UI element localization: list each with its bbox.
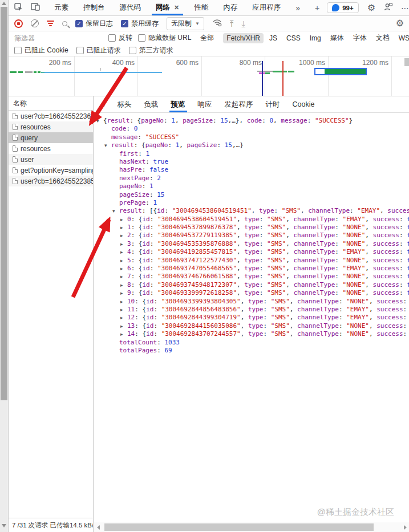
disable-cache-checkbox[interactable]: ✓ 禁用缓存 [121, 19, 159, 29]
record-network-log-button[interactable] [14, 19, 23, 28]
filter-type-pill[interactable]: 字体 [350, 32, 370, 44]
devtools-tab[interactable]: 控制台 [76, 0, 112, 15]
filter-type-pill[interactable]: 文档 [372, 32, 393, 44]
expand-triangle-icon[interactable]: ▸ [120, 322, 127, 330]
collapse-triangle-icon[interactable]: ▾ [104, 141, 111, 149]
clear-network-log-button[interactable] [31, 19, 39, 27]
blocked-filter-checkbox[interactable]: 第三方请求 [129, 46, 173, 55]
invert-checkbox[interactable]: 反转 [108, 33, 132, 43]
filter-toggle-icon[interactable] [47, 21, 54, 26]
request-row[interactable]: query [9, 132, 93, 143]
filter-type-pill[interactable]: 媒体 [327, 32, 347, 44]
filter-type-pill[interactable]: CSS [283, 33, 304, 43]
settings-gear-icon[interactable]: ⚙ [367, 3, 375, 13]
collapse-triangle-icon[interactable]: ▾ [96, 117, 103, 125]
overflow-menu-icon[interactable]: ⋯ [401, 4, 409, 12]
preview-row[interactable]: ▸8: {id: "3004693745948172307", type: "S… [94, 281, 409, 289]
expand-triangle-icon[interactable]: ▸ [120, 257, 127, 265]
import-har-icon[interactable]: ⤒ [230, 19, 234, 28]
network-overview-timeline[interactable]: 200 ms400 ms600 ms800 ms1000 ms1200 ms [9, 56, 409, 96]
detail-tab[interactable]: 计时 [260, 96, 286, 112]
expand-triangle-icon[interactable]: ▸ [120, 281, 127, 289]
devtools-tab[interactable]: 源代码 [112, 0, 149, 15]
filter-type-all[interactable]: 全部 [197, 32, 217, 44]
scroll-right-icon[interactable] [404, 525, 407, 530]
profile-feedback-icon[interactable] [384, 3, 392, 13]
hscroll-thumb[interactable] [104, 523, 374, 531]
request-row[interactable]: user?cb=1662455223851 [9, 176, 93, 186]
expand-triangle-icon[interactable]: ▸ [120, 232, 127, 239]
devtools-tab[interactable]: 网络✕ [148, 0, 187, 15]
request-row[interactable]: resources [9, 143, 93, 154]
expand-triangle-icon[interactable]: ▸ [120, 240, 127, 248]
expand-triangle-icon[interactable]: ▸ [120, 224, 127, 232]
expand-triangle-icon[interactable]: ▸ [120, 216, 127, 224]
collapse-triangle-icon[interactable]: ▾ [112, 207, 119, 215]
preview-row[interactable]: ▸10: {id: "3004693399393804305", type: "… [94, 298, 409, 306]
preview-row[interactable]: ▸7: {id: "3004693746766061588", type: "S… [94, 273, 409, 281]
close-tab-icon[interactable]: ✕ [174, 4, 179, 11]
request-row[interactable]: resources [9, 121, 93, 132]
blocked-filter-checkbox[interactable]: 已阻止请求 [76, 46, 121, 55]
scroll-left-icon[interactable] [97, 525, 100, 530]
preview-row[interactable]: ▸2: {id: "3004694537279119385", type: "S… [94, 232, 409, 239]
filter-input[interactable] [14, 34, 103, 42]
preview-row[interactable]: ▸13: {id: "3004692844156035086", type: "… [94, 322, 409, 330]
filter-type-pill[interactable]: Img [306, 33, 325, 43]
devtools-tab[interactable]: 性能 [187, 0, 216, 15]
throttling-select[interactable]: 无限制 ▼ [167, 17, 204, 30]
expand-triangle-icon[interactable]: ▸ [120, 330, 127, 338]
expand-triangle-icon[interactable]: ▸ [120, 298, 127, 306]
preview-row[interactable]: ▸0: {id: "3004694538604519451", type: "S… [94, 216, 409, 224]
preview-row[interactable]: ▸12: {id: "3004692844399304719", type: "… [94, 314, 409, 322]
detail-tab[interactable]: 发起程序 [218, 96, 260, 112]
expand-triangle-icon[interactable]: ▸ [120, 273, 127, 281]
search-icon[interactable] [62, 21, 67, 26]
feedback-badge-button[interactable]: 99+ [327, 2, 359, 13]
inspect-element-icon[interactable] [14, 3, 23, 13]
preview-row[interactable]: ▸4: {id: "3004694192855457815", type: "S… [94, 248, 409, 256]
preview-row[interactable]: ▸1: {id: "3004694537899876378", type: "S… [94, 224, 409, 232]
preview-row[interactable]: ▸5: {id: "3004693747122577430", type: "S… [94, 257, 409, 265]
devtools-tab[interactable]: 元素 [47, 0, 76, 15]
preview-json-tree[interactable]: ▾{result: {pageNo: 1, pageSize: 15,…}, c… [94, 113, 409, 522]
filter-type-pill[interactable]: Fetch/XHR [223, 33, 264, 43]
preview-row[interactable]: ▸6: {id: "3004693747055468565", type: "S… [94, 265, 409, 273]
device-toolbar-icon[interactable] [31, 3, 40, 13]
filter-type-pill[interactable]: WS [395, 33, 409, 43]
scrollbar-thumb[interactable] [1, 7, 7, 400]
request-row[interactable]: user [9, 154, 93, 165]
preview-row[interactable]: ▸14: {id: "3004692843707244557", type: "… [94, 330, 409, 338]
preview-row[interactable]: ▸9: {id: "3004693399972618258", type: "S… [94, 289, 409, 297]
detail-tab[interactable]: 负载 [138, 96, 165, 112]
expand-triangle-icon[interactable]: ▸ [120, 248, 127, 256]
hide-data-urls-checkbox[interactable]: 隐藏数据 URL [138, 33, 191, 43]
detail-tab[interactable]: Cookie [286, 96, 321, 112]
preview-row[interactable]: ▾result: [{id: "3004694538604519451", ty… [94, 207, 409, 215]
detail-tab[interactable]: 预览 [165, 96, 192, 112]
filter-type-pill[interactable]: JS [266, 33, 281, 43]
request-list-header[interactable]: 名称 [9, 96, 93, 111]
devtools-tab[interactable]: 内存 [216, 0, 245, 15]
scrollbar-up-icon[interactable] [2, 2, 6, 5]
request-row[interactable]: user?cb=16624552236 [9, 111, 93, 121]
preview-row[interactable]: ▸11: {id: "3004692844856483856", type: "… [94, 306, 409, 314]
blocked-filter-checkbox[interactable]: 已阻止 Cookie [14, 46, 68, 55]
preview-row[interactable]: ▸3: {id: "3004694535395876888", type: "S… [94, 240, 409, 248]
export-har-icon[interactable]: ⤓ [242, 19, 246, 28]
network-settings-gear-icon[interactable]: ⚙ [396, 19, 404, 28]
detail-tab[interactable]: 响应 [192, 96, 218, 112]
expand-triangle-icon[interactable]: ▸ [120, 306, 127, 314]
request-row[interactable]: get?optionKey=sampling [9, 165, 93, 176]
expand-triangle-icon[interactable]: ▸ [120, 289, 127, 297]
preserve-log-checkbox[interactable]: ✓ 保留日志 [75, 19, 113, 29]
close-detail-icon[interactable]: × [94, 96, 111, 112]
more-tabs-button[interactable]: » [288, 4, 307, 12]
add-tab-button[interactable]: + [307, 4, 327, 12]
preview-row[interactable]: ▾{result: {pageNo: 1, pageSize: 15,…}, c… [94, 117, 409, 125]
network-conditions-icon[interactable] [212, 18, 222, 29]
expand-triangle-icon[interactable]: ▸ [120, 314, 127, 322]
preview-row[interactable]: ▾result: {pageNo: 1, pageSize: 15,…} [94, 141, 409, 149]
scrollbar-down-icon[interactable] [2, 524, 6, 527]
devtools-tab[interactable]: 应用程序 [245, 0, 288, 15]
